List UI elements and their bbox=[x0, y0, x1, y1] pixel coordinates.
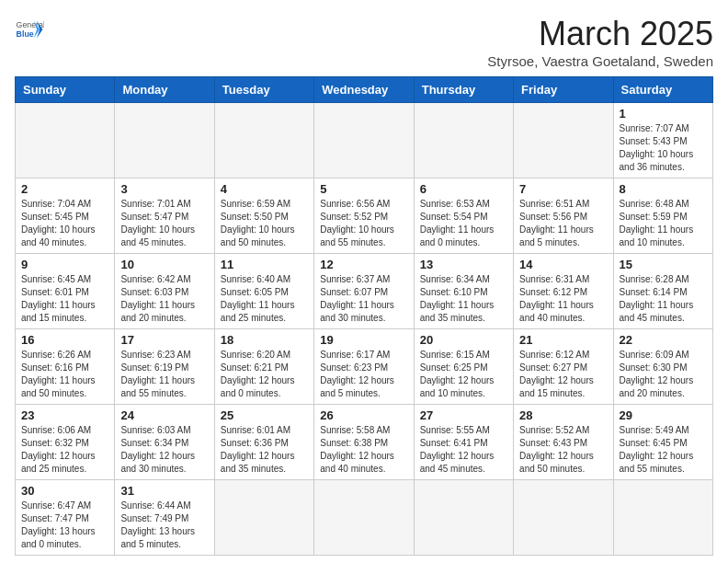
calendar: Sunday Monday Tuesday Wednesday Thursday… bbox=[15, 76, 713, 556]
table-row: 12Sunrise: 6:37 AM Sunset: 6:07 PM Dayli… bbox=[314, 254, 414, 329]
table-row: 3Sunrise: 7:01 AM Sunset: 5:47 PM Daylig… bbox=[115, 178, 214, 254]
month-title: March 2025 bbox=[487, 15, 713, 53]
day-number: 23 bbox=[21, 408, 108, 422]
day-info: Sunrise: 5:52 AM Sunset: 6:43 PM Dayligh… bbox=[519, 424, 607, 476]
day-info: Sunrise: 6:37 AM Sunset: 6:07 PM Dayligh… bbox=[320, 273, 407, 325]
table-row: 13Sunrise: 6:34 AM Sunset: 6:10 PM Dayli… bbox=[414, 254, 513, 329]
table-row: 5Sunrise: 6:56 AM Sunset: 5:52 PM Daylig… bbox=[314, 178, 414, 254]
header-wednesday: Wednesday bbox=[314, 77, 414, 103]
day-number: 3 bbox=[120, 182, 208, 196]
day-number: 8 bbox=[620, 182, 707, 196]
table-row: 8Sunrise: 6:48 AM Sunset: 5:59 PM Daylig… bbox=[613, 178, 712, 254]
day-number: 21 bbox=[519, 333, 607, 347]
day-info: Sunrise: 6:40 AM Sunset: 6:05 PM Dayligh… bbox=[221, 273, 308, 325]
day-info: Sunrise: 6:23 AM Sunset: 6:19 PM Dayligh… bbox=[120, 349, 208, 400]
day-info: Sunrise: 6:06 AM Sunset: 6:32 PM Dayligh… bbox=[21, 424, 108, 476]
table-row bbox=[613, 480, 712, 556]
day-info: Sunrise: 6:59 AM Sunset: 5:50 PM Dayligh… bbox=[221, 198, 308, 249]
header-tuesday: Tuesday bbox=[214, 77, 313, 103]
calendar-row: 30Sunrise: 6:47 AM Sunset: 7:47 PM Dayli… bbox=[16, 480, 713, 556]
day-info: Sunrise: 6:20 AM Sunset: 6:21 PM Dayligh… bbox=[221, 349, 308, 400]
table-row: 29Sunrise: 5:49 AM Sunset: 6:45 PM Dayli… bbox=[613, 405, 712, 480]
table-row: 28Sunrise: 5:52 AM Sunset: 6:43 PM Dayli… bbox=[514, 405, 613, 480]
table-row: 15Sunrise: 6:28 AM Sunset: 6:14 PM Dayli… bbox=[613, 254, 712, 329]
day-info: Sunrise: 6:09 AM Sunset: 6:30 PM Dayligh… bbox=[620, 349, 707, 400]
table-row: 6Sunrise: 6:53 AM Sunset: 5:54 PM Daylig… bbox=[414, 178, 513, 254]
day-info: Sunrise: 6:12 AM Sunset: 6:27 PM Dayligh… bbox=[519, 349, 607, 400]
logo-icon: General Blue bbox=[15, 15, 44, 44]
day-info: Sunrise: 6:48 AM Sunset: 5:59 PM Dayligh… bbox=[620, 198, 707, 249]
day-info: Sunrise: 5:55 AM Sunset: 6:41 PM Dayligh… bbox=[420, 424, 507, 476]
day-number: 9 bbox=[21, 258, 108, 271]
header-friday: Friday bbox=[514, 77, 613, 103]
day-info: Sunrise: 5:49 AM Sunset: 6:45 PM Dayligh… bbox=[620, 424, 707, 476]
day-number: 16 bbox=[21, 333, 108, 347]
table-row: 22Sunrise: 6:09 AM Sunset: 6:30 PM Dayli… bbox=[613, 329, 712, 405]
day-number: 24 bbox=[120, 408, 208, 422]
table-row bbox=[214, 103, 313, 178]
table-row bbox=[214, 480, 313, 556]
table-row: 24Sunrise: 6:03 AM Sunset: 6:34 PM Dayli… bbox=[115, 405, 214, 480]
day-number: 28 bbox=[519, 408, 607, 422]
day-number: 6 bbox=[420, 182, 507, 196]
day-info: Sunrise: 6:28 AM Sunset: 6:14 PM Dayligh… bbox=[620, 273, 707, 325]
table-row bbox=[314, 480, 414, 556]
table-row: 14Sunrise: 6:31 AM Sunset: 6:12 PM Dayli… bbox=[514, 254, 613, 329]
table-row: 26Sunrise: 5:58 AM Sunset: 6:38 PM Dayli… bbox=[314, 405, 414, 480]
day-number: 1 bbox=[620, 107, 707, 121]
table-row: 9Sunrise: 6:45 AM Sunset: 6:01 PM Daylig… bbox=[16, 254, 115, 329]
day-info: Sunrise: 6:34 AM Sunset: 6:10 PM Dayligh… bbox=[420, 273, 507, 325]
day-info: Sunrise: 6:45 AM Sunset: 6:01 PM Dayligh… bbox=[21, 273, 108, 325]
day-number: 22 bbox=[620, 333, 707, 347]
calendar-row: 16Sunrise: 6:26 AM Sunset: 6:16 PM Dayli… bbox=[16, 329, 713, 405]
day-info: Sunrise: 6:53 AM Sunset: 5:54 PM Dayligh… bbox=[420, 198, 507, 249]
table-row bbox=[414, 103, 513, 178]
header-thursday: Thursday bbox=[414, 77, 513, 103]
day-number: 11 bbox=[221, 258, 308, 271]
day-info: Sunrise: 7:01 AM Sunset: 5:47 PM Dayligh… bbox=[120, 198, 208, 249]
day-number: 26 bbox=[320, 408, 407, 422]
day-number: 27 bbox=[420, 408, 507, 422]
day-number: 20 bbox=[420, 333, 507, 347]
table-row: 4Sunrise: 6:59 AM Sunset: 5:50 PM Daylig… bbox=[214, 178, 313, 254]
table-row: 30Sunrise: 6:47 AM Sunset: 7:47 PM Dayli… bbox=[16, 480, 115, 556]
table-row bbox=[414, 480, 513, 556]
table-row: 1Sunrise: 7:07 AM Sunset: 5:43 PM Daylig… bbox=[613, 103, 712, 178]
table-row: 23Sunrise: 6:06 AM Sunset: 6:32 PM Dayli… bbox=[16, 405, 115, 480]
table-row: 25Sunrise: 6:01 AM Sunset: 6:36 PM Dayli… bbox=[214, 405, 313, 480]
table-row: 20Sunrise: 6:15 AM Sunset: 6:25 PM Dayli… bbox=[414, 329, 513, 405]
day-number: 10 bbox=[120, 258, 208, 271]
table-row: 27Sunrise: 5:55 AM Sunset: 6:41 PM Dayli… bbox=[414, 405, 513, 480]
day-number: 30 bbox=[21, 484, 108, 498]
table-row bbox=[514, 103, 613, 178]
day-number: 15 bbox=[620, 258, 707, 271]
title-area: March 2025 Styrsoe, Vaestra Goetaland, S… bbox=[487, 15, 713, 69]
day-info: Sunrise: 6:51 AM Sunset: 5:56 PM Dayligh… bbox=[519, 198, 607, 249]
day-number: 4 bbox=[221, 182, 308, 196]
table-row: 21Sunrise: 6:12 AM Sunset: 6:27 PM Dayli… bbox=[514, 329, 613, 405]
table-row: 19Sunrise: 6:17 AM Sunset: 6:23 PM Dayli… bbox=[314, 329, 414, 405]
day-number: 12 bbox=[320, 258, 407, 271]
table-row: 11Sunrise: 6:40 AM Sunset: 6:05 PM Dayli… bbox=[214, 254, 313, 329]
table-row bbox=[115, 103, 214, 178]
day-number: 31 bbox=[120, 484, 208, 498]
calendar-row: 9Sunrise: 6:45 AM Sunset: 6:01 PM Daylig… bbox=[16, 254, 713, 329]
day-number: 18 bbox=[221, 333, 308, 347]
calendar-header-row: Sunday Monday Tuesday Wednesday Thursday… bbox=[16, 77, 713, 103]
day-number: 2 bbox=[21, 182, 108, 196]
table-row: 7Sunrise: 6:51 AM Sunset: 5:56 PM Daylig… bbox=[514, 178, 613, 254]
svg-text:Blue: Blue bbox=[17, 29, 34, 39]
day-info: Sunrise: 6:26 AM Sunset: 6:16 PM Dayligh… bbox=[21, 349, 108, 400]
location-subtitle: Styrsoe, Vaestra Goetaland, Sweden bbox=[487, 53, 713, 69]
table-row: 18Sunrise: 6:20 AM Sunset: 6:21 PM Dayli… bbox=[214, 329, 313, 405]
day-info: Sunrise: 7:04 AM Sunset: 5:45 PM Dayligh… bbox=[21, 198, 108, 249]
day-info: Sunrise: 6:17 AM Sunset: 6:23 PM Dayligh… bbox=[320, 349, 407, 400]
header-monday: Monday bbox=[115, 77, 214, 103]
day-number: 14 bbox=[519, 258, 607, 271]
table-row bbox=[514, 480, 613, 556]
day-info: Sunrise: 6:03 AM Sunset: 6:34 PM Dayligh… bbox=[120, 424, 208, 476]
day-number: 29 bbox=[620, 408, 707, 422]
table-row: 10Sunrise: 6:42 AM Sunset: 6:03 PM Dayli… bbox=[115, 254, 214, 329]
header-sunday: Sunday bbox=[16, 77, 115, 103]
calendar-row: 23Sunrise: 6:06 AM Sunset: 6:32 PM Dayli… bbox=[16, 405, 713, 480]
